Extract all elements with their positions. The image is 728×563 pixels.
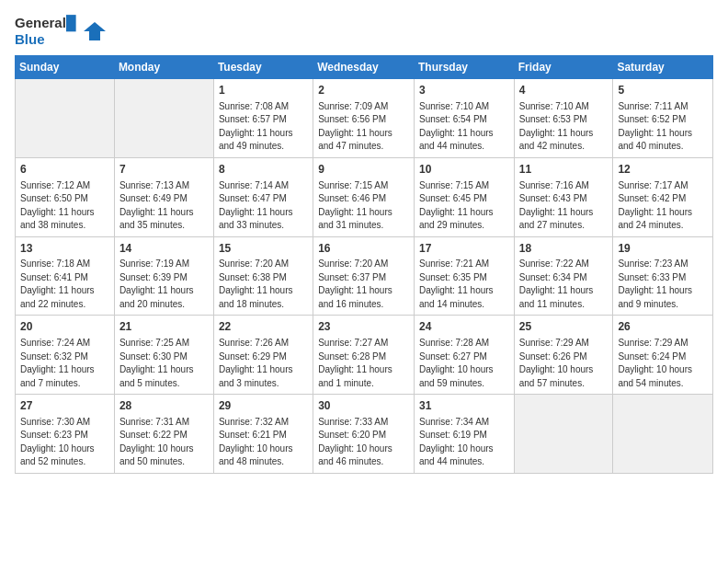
day-info: Sunrise: 7:34 AM Sunset: 6:19 PM Dayligh… bbox=[419, 416, 509, 469]
calendar-day-cell: 19Sunrise: 7:23 AM Sunset: 6:33 PM Dayli… bbox=[613, 236, 713, 316]
day-number: 30 bbox=[318, 398, 409, 414]
day-info: Sunrise: 7:31 AM Sunset: 6:22 PM Dayligh… bbox=[119, 416, 209, 469]
day-info: Sunrise: 7:13 AM Sunset: 6:49 PM Dayligh… bbox=[119, 179, 209, 233]
day-number: 26 bbox=[618, 319, 708, 335]
day-info: Sunrise: 7:32 AM Sunset: 6:21 PM Dayligh… bbox=[219, 416, 308, 469]
page-header: General█ Blue bbox=[15, 15, 713, 48]
day-number: 19 bbox=[618, 241, 708, 257]
calendar-day-cell: 31Sunrise: 7:34 AM Sunset: 6:19 PM Dayli… bbox=[414, 395, 514, 474]
day-number: 11 bbox=[519, 162, 609, 178]
calendar-day-cell: 6Sunrise: 7:12 AM Sunset: 6:50 PM Daylig… bbox=[16, 157, 115, 236]
logo-bird-icon bbox=[82, 18, 108, 44]
calendar-day-cell: 17Sunrise: 7:21 AM Sunset: 6:35 PM Dayli… bbox=[414, 236, 514, 316]
day-number: 15 bbox=[219, 241, 308, 257]
calendar-day-cell: 27Sunrise: 7:30 AM Sunset: 6:23 PM Dayli… bbox=[16, 395, 115, 474]
calendar-day-cell: 28Sunrise: 7:31 AM Sunset: 6:22 PM Dayli… bbox=[114, 395, 213, 474]
day-info: Sunrise: 7:21 AM Sunset: 6:35 PM Dayligh… bbox=[419, 258, 509, 311]
logo: General█ Blue bbox=[15, 15, 108, 48]
day-info: Sunrise: 7:14 AM Sunset: 6:47 PM Dayligh… bbox=[219, 179, 308, 233]
calendar-day-cell bbox=[114, 79, 213, 158]
calendar-week-row: 1Sunrise: 7:08 AM Sunset: 6:57 PM Daylig… bbox=[16, 79, 713, 158]
day-info: Sunrise: 7:15 AM Sunset: 6:46 PM Dayligh… bbox=[318, 179, 409, 233]
calendar-week-row: 13Sunrise: 7:18 AM Sunset: 6:41 PM Dayli… bbox=[16, 236, 713, 316]
day-number: 12 bbox=[618, 162, 708, 178]
day-number: 9 bbox=[318, 162, 409, 178]
day-number: 28 bbox=[119, 398, 209, 414]
calendar-day-cell: 4Sunrise: 7:10 AM Sunset: 6:53 PM Daylig… bbox=[514, 79, 613, 158]
day-number: 20 bbox=[20, 319, 109, 335]
day-info: Sunrise: 7:25 AM Sunset: 6:30 PM Dayligh… bbox=[119, 337, 209, 390]
calendar-day-cell: 7Sunrise: 7:13 AM Sunset: 6:49 PM Daylig… bbox=[114, 157, 213, 236]
day-number: 22 bbox=[219, 319, 308, 335]
day-number: 5 bbox=[618, 83, 708, 98]
calendar-day-cell: 13Sunrise: 7:18 AM Sunset: 6:41 PM Dayli… bbox=[16, 236, 115, 316]
day-number: 29 bbox=[219, 398, 308, 414]
day-info: Sunrise: 7:30 AM Sunset: 6:23 PM Dayligh… bbox=[20, 416, 109, 469]
day-info: Sunrise: 7:20 AM Sunset: 6:37 PM Dayligh… bbox=[318, 258, 409, 311]
day-info: Sunrise: 7:23 AM Sunset: 6:33 PM Dayligh… bbox=[618, 258, 708, 311]
logo-blue: Blue bbox=[15, 31, 45, 48]
day-number: 14 bbox=[119, 241, 209, 257]
day-number: 23 bbox=[318, 319, 409, 335]
day-info: Sunrise: 7:28 AM Sunset: 6:27 PM Dayligh… bbox=[419, 337, 509, 390]
calendar-day-cell bbox=[514, 395, 613, 474]
calendar-header-row: SundayMondayTuesdayWednesdayThursdayFrid… bbox=[16, 56, 713, 79]
calendar-day-cell: 24Sunrise: 7:28 AM Sunset: 6:27 PM Dayli… bbox=[414, 316, 514, 395]
day-number: 8 bbox=[219, 162, 308, 178]
calendar-weekday-header: Thursday bbox=[414, 56, 514, 79]
day-info: Sunrise: 7:17 AM Sunset: 6:42 PM Dayligh… bbox=[618, 179, 708, 233]
day-number: 10 bbox=[419, 162, 509, 178]
day-info: Sunrise: 7:29 AM Sunset: 6:26 PM Dayligh… bbox=[519, 337, 609, 390]
calendar-day-cell bbox=[613, 395, 713, 474]
day-number: 25 bbox=[519, 319, 609, 335]
day-number: 31 bbox=[419, 398, 509, 414]
day-number: 6 bbox=[20, 162, 109, 178]
day-number: 4 bbox=[519, 83, 609, 98]
calendar-day-cell: 1Sunrise: 7:08 AM Sunset: 6:57 PM Daylig… bbox=[213, 79, 313, 158]
day-info: Sunrise: 7:12 AM Sunset: 6:50 PM Dayligh… bbox=[20, 179, 109, 233]
day-number: 7 bbox=[119, 162, 209, 178]
day-info: Sunrise: 7:11 AM Sunset: 6:52 PM Dayligh… bbox=[618, 100, 708, 154]
calendar-day-cell: 3Sunrise: 7:10 AM Sunset: 6:54 PM Daylig… bbox=[414, 79, 514, 158]
calendar-weekday-header: Sunday bbox=[16, 56, 115, 79]
calendar-day-cell: 5Sunrise: 7:11 AM Sunset: 6:52 PM Daylig… bbox=[613, 79, 713, 158]
day-number: 24 bbox=[419, 319, 509, 335]
calendar-weekday-header: Wednesday bbox=[313, 56, 415, 79]
day-number: 27 bbox=[20, 398, 109, 414]
calendar-day-cell: 8Sunrise: 7:14 AM Sunset: 6:47 PM Daylig… bbox=[213, 157, 313, 236]
calendar-day-cell: 23Sunrise: 7:27 AM Sunset: 6:28 PM Dayli… bbox=[313, 316, 415, 395]
calendar-day-cell: 29Sunrise: 7:32 AM Sunset: 6:21 PM Dayli… bbox=[213, 395, 313, 474]
calendar-day-cell: 9Sunrise: 7:15 AM Sunset: 6:46 PM Daylig… bbox=[313, 157, 415, 236]
day-info: Sunrise: 7:19 AM Sunset: 6:39 PM Dayligh… bbox=[119, 258, 209, 311]
day-info: Sunrise: 7:18 AM Sunset: 6:41 PM Dayligh… bbox=[20, 258, 109, 311]
day-info: Sunrise: 7:29 AM Sunset: 6:24 PM Dayligh… bbox=[618, 337, 708, 390]
calendar-week-row: 6Sunrise: 7:12 AM Sunset: 6:50 PM Daylig… bbox=[16, 157, 713, 236]
calendar-weekday-header: Monday bbox=[114, 56, 213, 79]
calendar-day-cell: 20Sunrise: 7:24 AM Sunset: 6:32 PM Dayli… bbox=[16, 316, 115, 395]
day-info: Sunrise: 7:08 AM Sunset: 6:57 PM Dayligh… bbox=[219, 100, 308, 154]
day-number: 13 bbox=[20, 241, 109, 257]
calendar-day-cell: 22Sunrise: 7:26 AM Sunset: 6:29 PM Dayli… bbox=[213, 316, 313, 395]
calendar-table: SundayMondayTuesdayWednesdayThursdayFrid… bbox=[15, 55, 713, 474]
calendar-day-cell: 26Sunrise: 7:29 AM Sunset: 6:24 PM Dayli… bbox=[613, 316, 713, 395]
svg-marker-0 bbox=[84, 22, 106, 40]
day-number: 18 bbox=[519, 241, 609, 257]
day-info: Sunrise: 7:10 AM Sunset: 6:53 PM Dayligh… bbox=[519, 100, 609, 154]
calendar-day-cell: 30Sunrise: 7:33 AM Sunset: 6:20 PM Dayli… bbox=[313, 395, 415, 474]
calendar-day-cell: 2Sunrise: 7:09 AM Sunset: 6:56 PM Daylig… bbox=[313, 79, 415, 158]
day-info: Sunrise: 7:27 AM Sunset: 6:28 PM Dayligh… bbox=[318, 337, 409, 390]
calendar-day-cell bbox=[16, 79, 115, 158]
day-info: Sunrise: 7:16 AM Sunset: 6:43 PM Dayligh… bbox=[519, 179, 609, 233]
day-number: 2 bbox=[318, 83, 409, 98]
day-info: Sunrise: 7:22 AM Sunset: 6:34 PM Dayligh… bbox=[519, 258, 609, 311]
calendar-weekday-header: Saturday bbox=[613, 56, 713, 79]
day-info: Sunrise: 7:20 AM Sunset: 6:38 PM Dayligh… bbox=[219, 258, 308, 311]
logo-general: General█ bbox=[15, 15, 76, 31]
calendar-day-cell: 12Sunrise: 7:17 AM Sunset: 6:42 PM Dayli… bbox=[613, 157, 713, 236]
day-number: 21 bbox=[119, 319, 209, 335]
day-number: 1 bbox=[219, 83, 308, 98]
day-number: 16 bbox=[318, 241, 409, 257]
calendar-week-row: 27Sunrise: 7:30 AM Sunset: 6:23 PM Dayli… bbox=[16, 395, 713, 474]
day-number: 17 bbox=[419, 241, 509, 257]
calendar-day-cell: 18Sunrise: 7:22 AM Sunset: 6:34 PM Dayli… bbox=[514, 236, 613, 316]
